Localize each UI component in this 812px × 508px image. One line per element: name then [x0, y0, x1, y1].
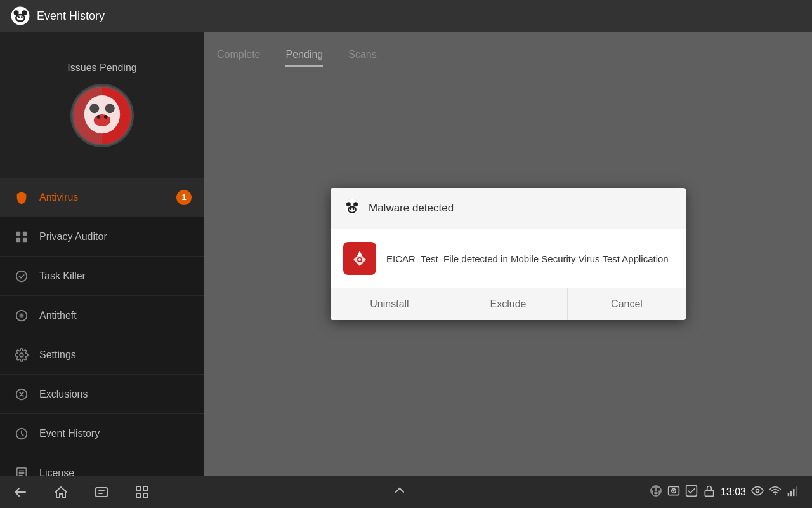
- svg-rect-15: [16, 231, 20, 235]
- dialog-title: Malware detected: [369, 202, 454, 215]
- sidebar-item-license[interactable]: License: [0, 453, 204, 476]
- antivirus-badge: 1: [176, 190, 192, 205]
- malware-app-icon: [343, 242, 376, 275]
- dialog-overlay: Malware detected EICAR_Test_File detecte…: [204, 32, 812, 476]
- dialog-header: Malware detected: [331, 188, 686, 229]
- task-icon: [13, 267, 30, 285]
- sidebar-item-antitheft[interactable]: Antitheft: [0, 296, 204, 335]
- svg-point-6: [21, 16, 23, 18]
- sidebar-item-privacy-auditor[interactable]: Privacy Auditor: [0, 217, 204, 257]
- svg-rect-17: [16, 237, 20, 241]
- svg-point-52: [672, 490, 674, 491]
- bottom-nav-left: [13, 485, 150, 500]
- panda-status-circle: [70, 84, 134, 147]
- dialog-panda-icon: [343, 198, 361, 218]
- main-layout: Issues Pending: [0, 32, 812, 476]
- dialog-message: EICAR_Test_File detected in Mobile Secur…: [386, 252, 669, 265]
- sidebar-label-exclusions: Exclusions: [39, 389, 192, 400]
- svg-rect-58: [790, 491, 792, 496]
- issues-section: Issues Pending: [0, 32, 204, 178]
- svg-point-32: [349, 208, 355, 212]
- svg-rect-57: [788, 493, 790, 496]
- back-button[interactable]: [13, 485, 28, 500]
- grid-icon: [13, 228, 30, 246]
- top-bar: Event History: [0, 0, 812, 32]
- svg-point-12: [94, 114, 110, 126]
- svg-point-5: [18, 16, 20, 18]
- svg-rect-43: [136, 493, 141, 498]
- svg-rect-40: [98, 493, 103, 494]
- sidebar-item-antivirus[interactable]: Antivirus 1: [0, 178, 204, 217]
- exclude-button[interactable]: Exclude: [449, 288, 568, 320]
- app-logo: [10, 6, 30, 26]
- sidebar: Issues Pending: [0, 32, 204, 476]
- sidebar-label-privacy-auditor: Privacy Auditor: [39, 231, 192, 243]
- sidebar-label-antivirus: Antivirus: [39, 192, 176, 203]
- sidebar-item-settings[interactable]: Settings: [0, 335, 204, 375]
- svg-point-55: [756, 490, 759, 493]
- svg-point-47: [657, 488, 660, 491]
- sidebar-item-exclusions[interactable]: Exclusions: [0, 375, 204, 414]
- malware-dialog: Malware detected EICAR_Test_File detecte…: [331, 188, 686, 320]
- status-panda-icon: [650, 485, 662, 500]
- svg-point-49: [654, 492, 658, 495]
- svg-rect-41: [136, 486, 141, 491]
- recents-button[interactable]: [94, 485, 109, 500]
- svg-point-10: [89, 104, 99, 113]
- svg-rect-42: [143, 486, 148, 491]
- cancel-button[interactable]: Cancel: [568, 288, 686, 320]
- status-lock-icon: [703, 485, 716, 500]
- svg-point-33: [350, 208, 352, 210]
- bottom-bar: 13:03: [0, 476, 812, 508]
- dialog-body: EICAR_Test_File detected in Mobile Secur…: [331, 229, 686, 288]
- license-icon: [13, 464, 30, 477]
- svg-point-19: [16, 271, 27, 281]
- sidebar-label-settings: Settings: [39, 349, 192, 361]
- svg-point-14: [104, 115, 108, 119]
- uninstall-button[interactable]: Uninstall: [331, 288, 449, 320]
- sidebar-navigation: Antivirus 1 Privacy Auditor: [0, 178, 204, 476]
- svg-rect-39: [98, 490, 105, 491]
- sidebar-label-antitheft: Antitheft: [39, 310, 192, 321]
- svg-point-9: [84, 95, 120, 133]
- shield-icon: [13, 189, 30, 206]
- up-chevron[interactable]: [392, 483, 407, 502]
- sidebar-item-event-history[interactable]: Event History: [0, 414, 204, 453]
- svg-point-56: [775, 494, 776, 496]
- svg-point-13: [97, 115, 101, 119]
- sidebar-label-event-history: Event History: [39, 428, 192, 439]
- issues-label: Issues Pending: [67, 62, 136, 74]
- sidebar-label-task-killer: Task Killer: [39, 271, 192, 282]
- svg-point-46: [652, 488, 655, 491]
- svg-rect-38: [96, 488, 107, 497]
- status-check-icon: [685, 485, 698, 500]
- svg-rect-16: [23, 231, 27, 235]
- svg-rect-60: [796, 486, 797, 496]
- menu-button[interactable]: [134, 485, 150, 500]
- svg-rect-54: [705, 490, 713, 496]
- sidebar-item-task-killer[interactable]: Task Killer: [0, 257, 204, 296]
- status-photo-icon: [667, 485, 680, 500]
- status-signal-icon: [787, 485, 799, 500]
- svg-point-23: [20, 353, 23, 357]
- svg-point-37: [358, 258, 361, 261]
- svg-point-34: [353, 208, 355, 210]
- home-button[interactable]: [53, 485, 69, 500]
- exclusions-icon: [13, 385, 30, 403]
- content-area: Complete Pending Scans: [204, 32, 812, 476]
- svg-point-30: [353, 202, 358, 206]
- svg-rect-59: [793, 489, 795, 497]
- antitheft-icon: [13, 307, 30, 324]
- svg-point-29: [346, 202, 351, 206]
- svg-point-22: [20, 314, 23, 317]
- svg-point-4: [16, 15, 23, 20]
- status-bar-right: 13:03: [650, 485, 799, 500]
- status-wifi-icon: [769, 485, 782, 500]
- svg-rect-44: [143, 493, 148, 498]
- status-eye-icon: [751, 485, 764, 500]
- clock-display: 13:03: [721, 486, 746, 498]
- svg-point-11: [105, 104, 115, 113]
- dialog-buttons: Uninstall Exclude Cancel: [331, 288, 686, 320]
- history-icon: [13, 425, 30, 443]
- settings-icon: [13, 346, 30, 364]
